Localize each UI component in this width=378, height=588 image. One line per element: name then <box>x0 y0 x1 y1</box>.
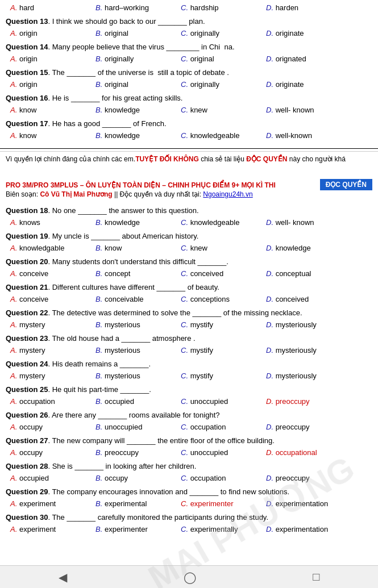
q15-stem: Question 15. The _______ of the universe… <box>6 67 372 78</box>
q17-d: D. well-known <box>266 130 346 141</box>
q18-c: C. knowledgeable <box>181 217 260 228</box>
q29-d: D. experimentation <box>266 498 346 510</box>
q14-stem: Question 14. Many people believe that th… <box>6 41 372 53</box>
q19-options: A. knowledgable B. know C. knew D. knowl… <box>6 243 372 254</box>
copyright-bold1: TUYỆT ĐỐI KHÔNG <box>135 155 199 163</box>
q23-b: B. mysterious <box>95 345 175 356</box>
q16-d: D. well- known <box>266 105 346 116</box>
q20-stem: Question 20. Many students don't underst… <box>6 256 372 268</box>
q19-c: C. knew <box>181 243 260 254</box>
q26-options: A. occupy B. unoccupied C. occupation D.… <box>6 422 372 433</box>
q22-b: B. mysterious <box>95 319 175 331</box>
copyright-end: này cho người khá <box>288 155 346 163</box>
bottom-bar: ◀ ◯ □ <box>0 565 378 588</box>
pro-header-section: PRO 3M/PRO 3MPLUS – ÔN LUYỆN TOÀN DIỆN –… <box>0 177 378 204</box>
copyright-rest: chia sẻ tài liệu <box>199 155 246 163</box>
q22-a: A. mystery <box>10 319 90 331</box>
q24-stem: Question 24. His death remains a _______… <box>6 358 372 370</box>
q19-a: A. knowledgable <box>10 243 90 254</box>
q21-options: A. conceive B. conceivable C. conception… <box>6 294 372 305</box>
q21-stem: Question 21. Different cultures have dif… <box>6 282 372 293</box>
q15-options: A. origin B. original C. originally D. o… <box>6 79 372 90</box>
q16-b: B. knowledge <box>95 105 175 116</box>
q24-d: D. mysteriously <box>266 370 346 382</box>
q24-c: C. mystify <box>181 370 260 382</box>
q13-b: B. original <box>95 28 175 39</box>
q26-stem: Question 26. Are there any _______ rooms… <box>6 410 372 421</box>
q16-stem: Question 16. He is _______ for his great… <box>6 93 372 104</box>
recents-icon[interactable]: □ <box>313 570 319 583</box>
q21-d: D. conceived <box>266 294 346 305</box>
q28-b: B. occupy <box>95 473 175 484</box>
q24-a: A. mystery <box>10 370 90 382</box>
q17-a: A. know <box>10 130 90 141</box>
q23-a: A. mystery <box>10 345 90 356</box>
back-icon[interactable]: ◀ <box>59 570 67 584</box>
q29-options: A. experiment B. experimental C. experim… <box>6 498 372 510</box>
q13-stem: Question 13. I think we should go back t… <box>6 16 372 27</box>
q27-options: A. occupy B. preoccupy C. unoccupied D. … <box>6 447 372 458</box>
bien-soan-link[interactable]: Ngoaingu24h.vn <box>203 190 252 198</box>
bien-soan-name: Cô Vũ Thị Mai Phương <box>40 190 112 198</box>
q20-d: D. conceptual <box>266 268 346 280</box>
q18-options: A. knows B. knowledge C. knowledgeable D… <box>6 217 372 228</box>
q28-stem: Question 28. She is _______ in looking a… <box>6 461 372 472</box>
q17-stem: Question 17. He has a good _______ of Fr… <box>6 118 372 130</box>
q25-options: A. occupation B. occupied C. unoccupied … <box>6 396 372 407</box>
q20-b: B. concept <box>95 268 175 280</box>
q14-a: A. origin <box>10 53 90 65</box>
q30-stem: Question 30. The _______ carefully monit… <box>6 512 372 523</box>
q28-options: A. occupied B. occupy C. occupation D. p… <box>6 473 372 484</box>
q21-b: B. conceivable <box>95 294 175 305</box>
q14-d: D. orignated <box>266 53 346 65</box>
q20-options: A. conceive B. concept C. conceived D. c… <box>6 268 372 280</box>
q23-options: A. mystery B. mysterious C. mystify D. m… <box>6 345 372 356</box>
q25-stem: Question 25. He quit his part-time _____… <box>6 384 372 395</box>
q29-c: C. experimenter <box>181 498 260 510</box>
q23-d: D. mysteriously <box>266 345 346 356</box>
q12-d: D. harden <box>266 2 346 14</box>
q27-c: C. unoccupied <box>181 447 260 458</box>
q13-c: C. originally <box>181 28 260 39</box>
q27-b: B. preoccupy <box>95 447 175 458</box>
q15-a: A. origin <box>10 79 90 90</box>
q22-d: D. mysteriously <box>266 319 346 331</box>
q22-options: A. mystery B. mysterious C. mystify D. m… <box>6 319 372 331</box>
q19-d: D. knowledge <box>266 243 346 254</box>
bien-soan-mid: || Độc quyền và duy nhất tại: <box>113 190 203 198</box>
q22-stem: Question 22. The detective was determine… <box>6 307 372 319</box>
q16-options: A. know B. knowledge C. knew D. well- kn… <box>6 105 372 116</box>
page: A. hard B. hard–working C. hardship D. h… <box>0 0 378 543</box>
q26-a: A. occupy <box>10 422 90 433</box>
q19-b: B. know <box>95 243 175 254</box>
q18-a: A. knows <box>10 217 90 228</box>
q30-options: A. experiment B. experimenter C. experim… <box>6 524 372 535</box>
q12-c: C. hardship <box>181 2 260 14</box>
q18-b: B. knowledge <box>95 217 175 228</box>
home-icon[interactable]: ◯ <box>184 570 196 584</box>
q18-d: D. well- known <box>266 217 346 228</box>
q17-b: B. knowledge <box>95 130 175 141</box>
q29-b: B. experimental <box>95 498 175 510</box>
q24-b: B. mysterious <box>95 370 175 382</box>
q30-c: C. experimentally <box>181 524 260 535</box>
bien-soan-prefix: Biên soạn: <box>6 190 40 198</box>
q15-d: D. originate <box>266 79 346 90</box>
q12-options: A. hard B. hard–working C. hardship D. h… <box>6 2 372 14</box>
q23-stem: Question 23. The old house had a _______… <box>6 333 372 344</box>
q13-options: A. origin B. original C. originally D. o… <box>6 28 372 39</box>
q27-a: A. occupy <box>10 447 90 458</box>
q15-b: B. original <box>95 79 175 90</box>
q26-b: B. unoccupied <box>95 422 175 433</box>
q26-d: D. preoccupy <box>266 422 346 433</box>
q25-d: D. preoccupy <box>266 396 346 407</box>
q28-d: D. preoccupy <box>266 473 346 484</box>
q21-c: C. conceptions <box>181 294 260 305</box>
main-section: Question 18. No one _______ the answer t… <box>0 204 378 543</box>
q28-c: C. occupation <box>181 473 260 484</box>
q18-stem: Question 18. No one _______ the answer t… <box>6 205 372 216</box>
q24-options: A. mystery B. mysterious C. mystify D. m… <box>6 370 372 382</box>
q29-stem: Question 29. The company encourages inno… <box>6 486 372 498</box>
top-section: A. hard B. hard–working C. hardship D. h… <box>0 0 378 149</box>
q27-stem: Question 27. The new company will ______… <box>6 435 372 447</box>
